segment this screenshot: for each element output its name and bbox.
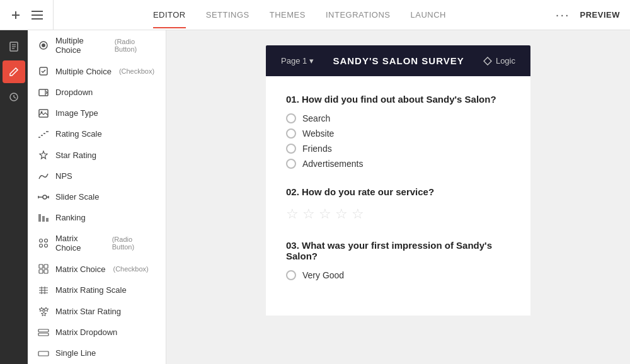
svg-point-32 [45, 239, 48, 242]
svg-rect-48 [38, 333, 49, 336]
matrix-dropdown-icon [38, 329, 49, 336]
svg-line-11 [14, 97, 16, 98]
preview-button[interactable]: PREVIEW [580, 10, 620, 20]
svg-rect-30 [46, 218, 49, 222]
sidebar-item-rating-scale[interactable]: Rating Scale [28, 123, 166, 144]
iconbar-edit[interactable] [3, 60, 25, 83]
sidebar-item-ranking[interactable]: Ranking [28, 207, 166, 228]
star-1[interactable]: ☆ [286, 206, 299, 222]
svg-point-25 [43, 195, 47, 199]
sidebar-item-single-line[interactable]: Single Line [28, 343, 166, 363]
svg-rect-2 [32, 11, 43, 12]
svg-rect-36 [44, 264, 48, 268]
svg-rect-35 [39, 264, 43, 268]
page-selector[interactable]: Page 1 ▾ [281, 56, 314, 65]
option-label-friends: Friends [302, 144, 332, 154]
survey-title: SANDY'S SALON SURVEY [333, 55, 464, 66]
tab-editor[interactable]: EDITOR [153, 1, 186, 28]
option-label-search: Search [302, 113, 330, 123]
nps-icon [38, 173, 49, 180]
option-advertisements[interactable]: Advertisements [286, 159, 510, 169]
svg-rect-47 [38, 329, 49, 332]
svg-marker-62 [484, 57, 491, 65]
add-button[interactable] [10, 9, 21, 21]
single-line-icon [38, 350, 49, 356]
logic-button[interactable]: Logic [483, 56, 515, 65]
checkbox-icon [38, 66, 49, 76]
svg-rect-49 [38, 351, 49, 356]
star-5[interactable]: ☆ [352, 206, 364, 222]
rating-scale-icon [38, 130, 49, 138]
top-nav: EDITOR SETTINGS THEMES INTEGRATIONS LAUN… [0, 0, 630, 30]
svg-marker-23 [40, 151, 47, 159]
option-search[interactable]: Search [286, 113, 510, 123]
star-2[interactable]: ☆ [302, 206, 315, 222]
nav-tabs: EDITOR SETTINGS THEMES INTEGRATIONS LAUN… [54, 1, 546, 28]
option-label-website: Website [302, 128, 334, 139]
svg-rect-4 [32, 18, 43, 20]
tab-settings[interactable]: SETTINGS [206, 1, 249, 28]
svg-rect-29 [42, 216, 45, 222]
option-friends[interactable]: Friends [286, 144, 510, 154]
matrix-checkbox-icon [38, 264, 49, 274]
question-1: 01. How did you find out about Sandy's S… [286, 94, 510, 169]
svg-marker-46 [42, 312, 47, 316]
tab-integrations[interactable]: INTEGRATIONS [326, 1, 391, 28]
more-button[interactable]: ··· [556, 8, 570, 22]
star-icon [38, 150, 49, 160]
svg-rect-3 [32, 14, 43, 16]
survey-card: Page 1 ▾ SANDY'S SALON SURVEY Logic 01. [266, 45, 530, 349]
sidebar-item-multiple-choice-radio[interactable]: Multiple Choice (Radio Button) [28, 30, 166, 60]
iconbar-page[interactable] [3, 35, 25, 58]
menu-button[interactable] [32, 11, 43, 20]
matrix-rating-icon [38, 286, 49, 295]
radio-search[interactable] [286, 113, 296, 123]
radio-friends[interactable] [286, 144, 296, 154]
option-label-advertisements: Advertisements [302, 159, 363, 169]
question-1-text: 01. How did you find out about Sandy's S… [286, 94, 510, 105]
sidebar-item-star-rating[interactable]: Star Rating [28, 144, 166, 166]
sidebar-item-multiple-choice-checkbox[interactable]: Multiple Choice (Checkbox) [28, 60, 166, 82]
sidebar: Multiple Choice (Radio Button) Multiple … [28, 30, 166, 364]
option-very-good[interactable]: Very Good [286, 270, 510, 280]
svg-marker-44 [39, 307, 44, 312]
main-layout: Multiple Choice (Radio Button) Multiple … [0, 30, 630, 364]
tab-launch[interactable]: LAUNCH [411, 1, 446, 28]
sidebar-item-dropdown[interactable]: Dropdown [28, 82, 166, 103]
option-label-very-good: Very Good [302, 270, 344, 280]
ranking-icon [38, 213, 49, 222]
content-area: Page 1 ▾ SANDY'S SALON SURVEY Logic 01. [166, 30, 630, 364]
svg-rect-28 [38, 214, 41, 222]
survey-header: Page 1 ▾ SANDY'S SALON SURVEY Logic [266, 45, 530, 76]
svg-marker-45 [43, 307, 49, 312]
iconbar-clock[interactable] [3, 86, 25, 108]
matrix-radio-icon [38, 238, 49, 248]
svg-rect-15 [39, 89, 48, 96]
question-2-text: 02. How do you rate our service? [286, 186, 510, 197]
svg-point-34 [45, 244, 48, 247]
sidebar-item-nps[interactable]: NPS [28, 166, 166, 186]
question-3: 03. What was your first impression of Sa… [286, 240, 510, 280]
star-4[interactable]: ☆ [335, 206, 348, 222]
star-rating-row[interactable]: ☆ ☆ ☆ ☆ ☆ [286, 206, 510, 222]
svg-rect-37 [39, 270, 43, 273]
sidebar-item-slider-scale[interactable]: Slider Scale [28, 186, 166, 207]
option-website[interactable]: Website [286, 128, 510, 139]
radio-advertisements[interactable] [286, 159, 296, 169]
radio-website[interactable] [286, 128, 296, 139]
nav-right: ··· PREVIEW [546, 8, 630, 22]
sidebar-item-matrix-dropdown[interactable]: Matrix Dropdown [28, 322, 166, 343]
question-2: 02. How do you rate our service? ☆ ☆ ☆ ☆… [286, 186, 510, 222]
matrix-star-icon [38, 306, 49, 316]
sidebar-item-image-type[interactable]: Image Type [28, 103, 166, 123]
sidebar-item-matrix-star-rating[interactable]: Matrix Star Rating [28, 300, 166, 322]
sidebar-item-matrix-choice-checkbox[interactable]: Matrix Choice (Checkbox) [28, 258, 166, 280]
star-3[interactable]: ☆ [319, 206, 331, 222]
radio-icon [38, 40, 49, 50]
tab-themes[interactable]: THEMES [270, 1, 306, 28]
radio-very-good[interactable] [286, 270, 296, 280]
sidebar-item-matrix-choice-radio[interactable]: Matrix Choice (Radio Button) [28, 228, 166, 258]
svg-point-33 [40, 244, 43, 247]
sidebar-item-matrix-rating-scale[interactable]: Matrix Rating Scale [28, 280, 166, 300]
slider-icon [38, 194, 49, 200]
